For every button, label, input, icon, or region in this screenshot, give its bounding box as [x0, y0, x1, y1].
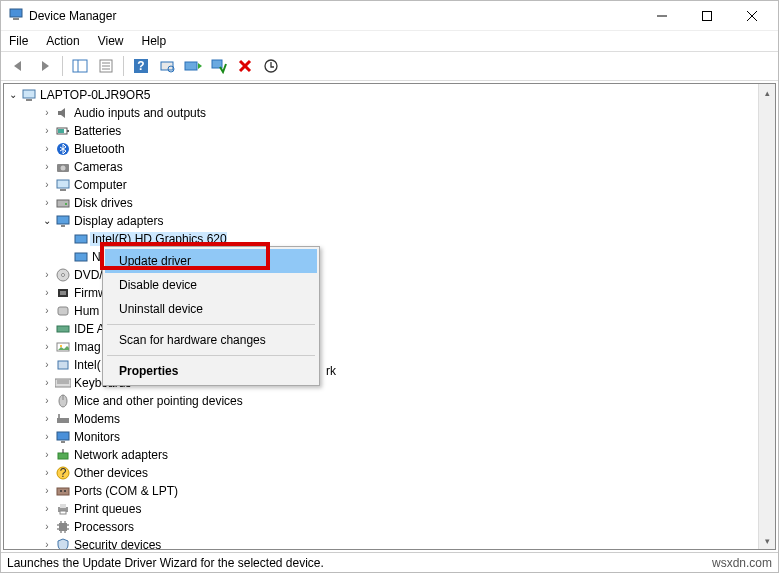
title-bar: Device Manager	[1, 1, 778, 31]
svg-rect-34	[61, 225, 65, 227]
chevron-right-icon[interactable]: ›	[40, 324, 54, 334]
chevron-right-icon[interactable]: ›	[40, 144, 54, 154]
update-driver-button[interactable]	[181, 54, 205, 78]
tree-item[interactable]: ›Audio inputs and outputs	[4, 104, 758, 122]
device-icon	[54, 285, 72, 301]
chevron-right-icon[interactable]: ›	[40, 306, 54, 316]
chevron-right-icon[interactable]: ›	[40, 486, 54, 496]
help-button[interactable]: ?	[129, 54, 153, 78]
tree-item[interactable]: ›Print queues	[4, 500, 758, 518]
svg-rect-31	[57, 200, 69, 207]
svg-rect-41	[58, 307, 68, 315]
svg-text:?: ?	[60, 466, 67, 480]
tree-item[interactable]: ›Modems	[4, 410, 758, 428]
svg-rect-59	[57, 488, 69, 495]
chevron-right-icon[interactable]: ›	[40, 270, 54, 280]
chevron-right-icon[interactable]: ›	[40, 108, 54, 118]
tree-item-label: Hum	[72, 304, 99, 318]
svg-rect-6	[73, 60, 87, 72]
chevron-right-icon[interactable]: ›	[40, 342, 54, 352]
chevron-down-icon[interactable]: ⌄	[40, 216, 54, 226]
tree-item[interactable]: ›Processors	[4, 518, 758, 536]
scroll-up-icon[interactable]: ▴	[759, 84, 775, 101]
chevron-down-icon[interactable]: ⌄	[6, 90, 20, 100]
tree-item[interactable]: ›Mice and other pointing devices	[4, 392, 758, 410]
chevron-right-icon[interactable]: ›	[40, 198, 54, 208]
chevron-right-icon[interactable]: ›	[40, 396, 54, 406]
tree-item[interactable]: ›?Other devices	[4, 464, 758, 482]
tree-item[interactable]: ›Bluetooth	[4, 140, 758, 158]
device-icon	[54, 375, 72, 391]
context-menu-update-driver[interactable]: Update driver	[105, 249, 317, 273]
context-menu-scan-hardware[interactable]: Scan for hardware changes	[105, 328, 317, 352]
svg-rect-30	[60, 189, 66, 191]
tree-item-label: Disk drives	[72, 196, 133, 210]
svg-rect-24	[67, 130, 69, 132]
show-hide-tree-button[interactable]	[68, 54, 92, 78]
back-button[interactable]	[7, 54, 31, 78]
svg-point-28	[61, 166, 66, 171]
maximize-button[interactable]	[684, 2, 729, 30]
tree-item-label: Monitors	[72, 430, 120, 444]
device-icon	[54, 429, 72, 445]
tree-item-label: IDE A	[72, 322, 105, 336]
tree-item[interactable]: ›Monitors	[4, 428, 758, 446]
tree-item[interactable]: ›Security devices	[4, 536, 758, 549]
chevron-right-icon[interactable]: ›	[40, 288, 54, 298]
tree-item[interactable]: ›Cameras	[4, 158, 758, 176]
forward-button[interactable]	[33, 54, 57, 78]
enable-device-button[interactable]	[207, 54, 231, 78]
device-icon	[54, 159, 72, 175]
device-icon	[54, 267, 72, 283]
disable-device-button[interactable]	[259, 54, 283, 78]
minimize-button[interactable]	[639, 2, 684, 30]
device-icon	[54, 141, 72, 157]
device-icon	[54, 303, 72, 319]
chevron-right-icon[interactable]: ›	[40, 126, 54, 136]
chevron-right-icon[interactable]: ›	[40, 180, 54, 190]
chevron-right-icon[interactable]: ›	[40, 432, 54, 442]
svg-rect-33	[57, 216, 69, 224]
chevron-right-icon[interactable]: ›	[40, 468, 54, 478]
vertical-scrollbar[interactable]: ▴ ▾	[758, 84, 775, 549]
chevron-right-icon[interactable]: ›	[40, 450, 54, 460]
chevron-right-icon[interactable]: ›	[40, 540, 54, 549]
tree-item-label: Modems	[72, 412, 120, 426]
tree-item[interactable]: ›Ports (COM & LPT)	[4, 482, 758, 500]
device-icon	[54, 339, 72, 355]
svg-rect-1	[13, 18, 19, 20]
uninstall-device-button[interactable]	[233, 54, 257, 78]
chevron-right-icon[interactable]: ›	[40, 360, 54, 370]
chevron-right-icon[interactable]: ›	[40, 522, 54, 532]
toolbar: ?	[1, 51, 778, 81]
scan-hardware-button[interactable]	[155, 54, 179, 78]
tree-item[interactable]: ›Batteries	[4, 122, 758, 140]
tree-item[interactable]: ›Disk drives	[4, 194, 758, 212]
context-menu-disable-device[interactable]: Disable device	[105, 273, 317, 297]
context-menu-properties[interactable]: Properties	[105, 359, 317, 383]
chevron-right-icon[interactable]: ›	[40, 162, 54, 172]
chevron-right-icon[interactable]: ›	[40, 504, 54, 514]
context-menu-uninstall-device[interactable]: Uninstall device	[105, 297, 317, 321]
menu-view[interactable]: View	[98, 34, 124, 48]
svg-rect-29	[57, 180, 69, 188]
device-icon: ?	[54, 465, 72, 481]
menu-action[interactable]: Action	[46, 34, 79, 48]
tree-item[interactable]: ›Computer	[4, 176, 758, 194]
svg-rect-25	[58, 129, 64, 133]
chevron-right-icon[interactable]: ›	[40, 378, 54, 388]
tree-root[interactable]: ⌄LAPTOP-0LJR9OR5	[4, 86, 758, 104]
menu-help[interactable]: Help	[142, 34, 167, 48]
tree-item-label: Cameras	[72, 160, 123, 174]
scroll-down-icon[interactable]: ▾	[759, 532, 775, 549]
svg-rect-3	[702, 11, 711, 20]
chevron-right-icon[interactable]: ›	[40, 414, 54, 424]
tree-item-label: Intel(	[72, 358, 101, 372]
tree-item[interactable]: ›Network adapters	[4, 446, 758, 464]
menu-file[interactable]: File	[9, 34, 28, 48]
tree-item-label: Imag	[72, 340, 101, 354]
svg-rect-40	[60, 291, 66, 295]
tree-item[interactable]: ⌄Display adapters	[4, 212, 758, 230]
properties-button[interactable]	[94, 54, 118, 78]
close-button[interactable]	[729, 2, 774, 30]
